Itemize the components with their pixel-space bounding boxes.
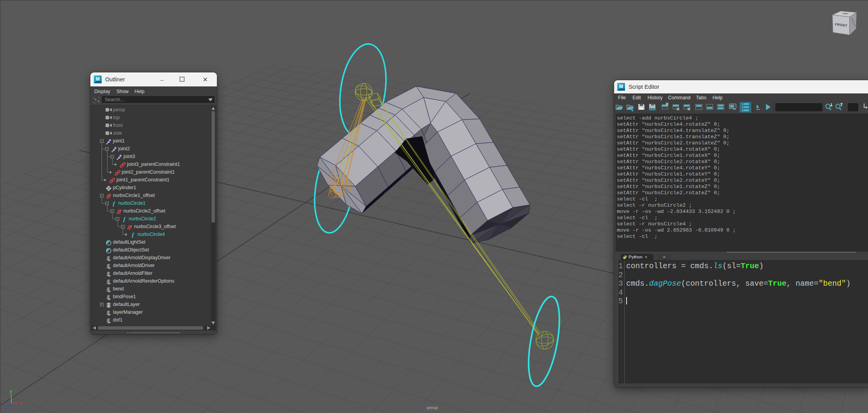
svg-text:3: 3 <box>742 109 743 112</box>
svg-text:y: y <box>10 389 12 394</box>
svg-text:M: M <box>619 84 623 89</box>
svg-text:M: M <box>96 76 100 82</box>
svg-text:2: 2 <box>742 106 743 109</box>
svg-text:persp: persp <box>427 405 438 410</box>
svg-text:x: x <box>19 401 22 405</box>
svg-text:z: z <box>4 405 7 410</box>
svg-text:1: 1 <box>742 103 743 105</box>
